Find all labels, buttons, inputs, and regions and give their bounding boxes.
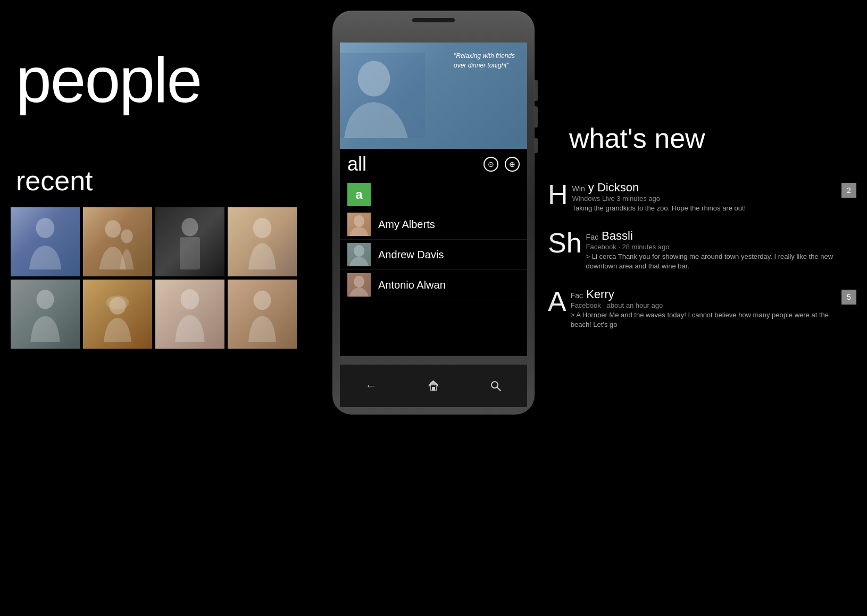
svg-point-10: [254, 291, 271, 310]
svg-point-2: [121, 230, 133, 243]
photo-6[interactable]: [83, 280, 152, 349]
svg-point-0: [36, 218, 55, 238]
feed-letter-a: A: [548, 288, 566, 315]
phone-navigation: ←: [340, 365, 527, 407]
volume-up-button[interactable]: [535, 80, 538, 101]
svg-line-22: [497, 387, 501, 391]
feed-list: H Win y Dickson Windows Live 3 minutes a…: [548, 181, 856, 345]
section-recent: recent: [16, 165, 93, 197]
photo-4[interactable]: [228, 207, 297, 276]
contact-quote: "Relaxing with friends over dinner tonig…: [454, 51, 523, 70]
svg-point-6: [37, 290, 54, 309]
back-button[interactable]: ←: [364, 378, 379, 393]
svg-point-8: [109, 297, 126, 315]
left-panel: people recent: [0, 0, 309, 616]
phone-speaker: [412, 18, 455, 22]
feed-badge-1: 2: [841, 183, 856, 198]
contact-name-amy: Amy Alberts: [378, 218, 435, 231]
add-contact-icon[interactable]: ⊕: [505, 157, 520, 172]
featured-contact-photo[interactable]: "Relaxing with friends over dinner tonig…: [340, 43, 527, 149]
photo-5[interactable]: [11, 280, 80, 349]
search-button[interactable]: [488, 378, 503, 393]
svg-rect-4: [180, 237, 200, 269]
app-title: people: [16, 48, 201, 112]
svg-point-1: [105, 220, 121, 238]
contact-avatar-antonio: [347, 273, 371, 297]
section-all-title: all: [347, 153, 366, 175]
phone-screen: "Relaxing with friends over dinner tonig…: [340, 43, 527, 356]
feed-content-1: Win y Dickson Windows Live 3 minutes ago…: [572, 181, 837, 213]
volume-down-button[interactable]: [535, 106, 538, 128]
svg-rect-12: [340, 53, 425, 138]
contact-avatar-amy: [347, 213, 371, 236]
feed-text-1: Taking the grandkids to the zoo. Hope th…: [572, 204, 837, 213]
photo-7[interactable]: [155, 280, 224, 349]
photo-3[interactable]: [155, 207, 224, 276]
svg-rect-14: [347, 213, 371, 236]
svg-rect-16: [347, 243, 371, 266]
svg-point-5: [253, 218, 272, 238]
feed-letter-s: Sh: [548, 229, 582, 257]
feed-content-2: Fac Bassli Facebook · 28 minutes ago > L…: [586, 229, 856, 271]
photo-1[interactable]: [11, 207, 80, 276]
svg-rect-18: [347, 273, 371, 297]
feed-content-3: Fac Kerry Facebook · about an hour ago >…: [571, 288, 837, 330]
phone-shell: "Relaxing with friends over dinner tonig…: [332, 11, 535, 415]
feed-source-3: Facebook · about an hour ago: [571, 301, 837, 309]
contacts-header: all ⊙ ⊕: [340, 149, 527, 180]
feed-text-2: > Li cerca Thank you for showing me arou…: [586, 252, 856, 271]
camera-button[interactable]: [535, 138, 538, 153]
recent-contacts-grid: [11, 207, 297, 349]
contact-name-antonio: Antonio Alwan: [378, 279, 446, 291]
contact-item-antonio[interactable]: Antonio Alwan: [340, 270, 527, 300]
svg-point-3: [181, 218, 198, 237]
svg-point-9: [181, 289, 199, 309]
feed-name-3: Fac Kerry: [571, 288, 837, 301]
alphabet-block-a[interactable]: a: [347, 183, 371, 206]
feed-source-1: Windows Live 3 minutes ago: [572, 195, 837, 202]
feed-name-1: Win y Dickson: [572, 181, 837, 195]
contact-name-andrew: Andrew Davis: [378, 249, 444, 261]
phone-device: "Relaxing with friends over dinner tonig…: [332, 11, 535, 415]
right-panel: what's new H Win y Dickson Windows Live …: [527, 0, 867, 616]
contact-item-amy[interactable]: Amy Alberts: [340, 209, 527, 240]
home-button[interactable]: [426, 378, 441, 393]
whats-new-title: what's new: [569, 122, 705, 154]
screen-content: "Relaxing with friends over dinner tonig…: [340, 43, 527, 356]
contacts-list: Amy Alberts Andrew Davis: [340, 209, 527, 300]
photo-8[interactable]: [228, 280, 297, 349]
feed-badge-3: 5: [841, 290, 856, 305]
photo-2[interactable]: [83, 207, 152, 276]
svg-rect-19: [432, 387, 435, 391]
feed-letter-h: H: [548, 181, 568, 208]
feed-item-3[interactable]: A Fac Kerry Facebook · about an hour ago…: [548, 288, 856, 330]
contact-item-andrew[interactable]: Andrew Davis: [340, 240, 527, 270]
search-contacts-icon[interactable]: ⊙: [483, 157, 498, 172]
feed-source-2: Facebook · 28 minutes ago: [586, 243, 856, 251]
feed-item-1[interactable]: H Win y Dickson Windows Live 3 minutes a…: [548, 181, 856, 213]
header-icons: ⊙ ⊕: [483, 157, 520, 172]
contact-avatar-andrew: [347, 243, 371, 266]
feed-item-2[interactable]: Sh Fac Bassli Facebook · 28 minutes ago …: [548, 229, 856, 271]
feed-name-2: Fac Bassli: [586, 229, 856, 243]
feed-text-3: > A Hornber Me and the waves today! I ca…: [571, 310, 837, 330]
